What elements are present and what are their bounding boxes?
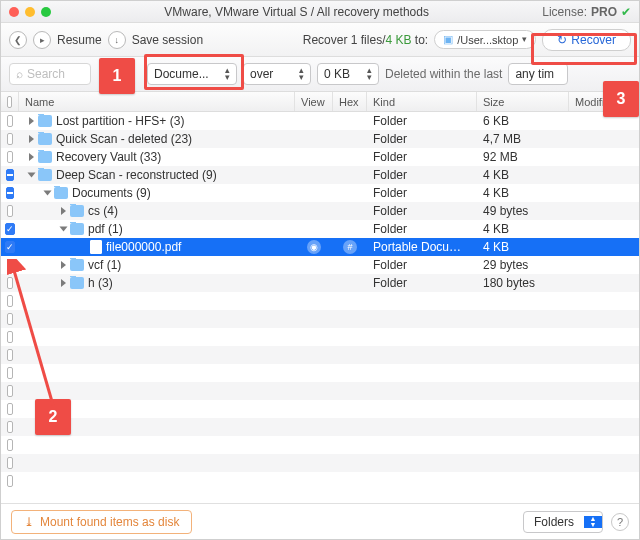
row-checkbox[interactable] xyxy=(6,169,14,181)
play-button[interactable]: ▸ xyxy=(33,31,51,49)
row-checkbox[interactable] xyxy=(7,115,13,127)
match-mode-value: over xyxy=(250,67,273,81)
table-row[interactable]: Deep Scan - reconstructed (9)Folder4 KB xyxy=(1,166,639,184)
row-checkbox[interactable] xyxy=(7,277,13,289)
table-row[interactable]: Documents (9)Folder4 KB xyxy=(1,184,639,202)
row-hex-cell[interactable]: # xyxy=(333,240,367,254)
size-filter[interactable]: 0 KB ▴▾ xyxy=(317,63,379,85)
mount-button[interactable]: ⤓ Mount found items as disk xyxy=(11,510,192,534)
col-size[interactable]: Size xyxy=(477,92,569,111)
table-row[interactable]: ✓file000000.pdf◉#Portable Docume...4 KB xyxy=(1,238,639,256)
table-row[interactable]: Recovery Vault (33)Folder92 MB xyxy=(1,148,639,166)
disclosure-triangle-icon[interactable] xyxy=(60,227,68,232)
row-checkbox[interactable] xyxy=(7,457,13,469)
row-checkbox-cell[interactable] xyxy=(1,115,19,127)
row-checkbox-cell[interactable] xyxy=(1,259,19,271)
col-view[interactable]: View xyxy=(295,92,333,111)
disclosure-triangle-icon[interactable] xyxy=(44,191,52,196)
row-checkbox-cell[interactable] xyxy=(1,151,19,163)
row-checkbox[interactable] xyxy=(7,421,13,433)
table-row[interactable]: h (3)Folder180 bytes xyxy=(1,274,639,292)
row-name-cell[interactable]: Quick Scan - deleted (23) xyxy=(19,132,295,146)
minimize-icon[interactable] xyxy=(25,7,35,17)
disclosure-triangle-icon[interactable] xyxy=(29,153,34,161)
folder-icon xyxy=(38,115,52,127)
checkbox-all[interactable] xyxy=(7,96,12,108)
row-checkbox[interactable]: ✓ xyxy=(5,241,15,253)
col-kind[interactable]: Kind xyxy=(367,92,477,111)
recover-button[interactable]: ↻ Recover xyxy=(542,29,631,51)
updown-icon: ▴▾ xyxy=(225,67,230,81)
row-checkbox[interactable] xyxy=(7,205,13,217)
col-checkbox[interactable] xyxy=(1,92,19,111)
save-button[interactable]: ↓ xyxy=(108,31,126,49)
type-filter[interactable]: Docume... ▴▾ xyxy=(147,63,237,85)
row-checkbox-cell[interactable] xyxy=(1,205,19,217)
row-name-cell[interactable]: vcf (1) xyxy=(19,258,295,272)
row-name-cell[interactable]: h (3) xyxy=(19,276,295,290)
back-button[interactable]: ❮ xyxy=(9,31,27,49)
file-table[interactable]: Lost partition - HFS+ (3)Folder6 KBQuick… xyxy=(1,112,639,503)
resume-label[interactable]: Resume xyxy=(57,33,102,47)
row-checkbox[interactable] xyxy=(7,403,13,415)
table-row[interactable]: cs (4)Folder49 bytes xyxy=(1,202,639,220)
row-name-cell[interactable]: Recovery Vault (33) xyxy=(19,150,295,164)
table-row[interactable]: Lost partition - HFS+ (3)Folder6 KB xyxy=(1,112,639,130)
row-checkbox[interactable] xyxy=(7,367,13,379)
row-checkbox[interactable] xyxy=(7,151,13,163)
row-name-cell[interactable]: Deep Scan - reconstructed (9) xyxy=(19,168,295,182)
row-checkbox[interactable] xyxy=(7,439,13,451)
row-name-cell[interactable]: Lost partition - HFS+ (3) xyxy=(19,114,295,128)
row-checkbox[interactable] xyxy=(7,313,13,325)
disclosure-triangle-icon[interactable] xyxy=(61,207,66,215)
row-checkbox[interactable] xyxy=(6,187,14,199)
row-checkbox[interactable]: ✓ xyxy=(5,223,15,235)
row-checkbox[interactable] xyxy=(7,259,13,271)
disclosure-triangle-icon[interactable] xyxy=(61,279,66,287)
preview-icon[interactable]: ◉ xyxy=(307,240,321,254)
disclosure-triangle-icon[interactable] xyxy=(29,117,34,125)
filter-bar: ⌕ Search Docume... ▴▾ over ▴▾ 0 KB ▴▾ De… xyxy=(1,57,639,92)
row-checkbox[interactable] xyxy=(7,349,13,361)
disclosure-triangle-icon[interactable] xyxy=(29,135,34,143)
deleted-window-filter[interactable]: any tim xyxy=(508,63,568,85)
destination-path[interactable]: ▣ /User...sktop ▾ xyxy=(434,30,536,49)
row-name-cell[interactable]: Documents (9) xyxy=(19,186,295,200)
col-name[interactable]: Name xyxy=(19,92,295,111)
table-row[interactable]: vcf (1)Folder29 bytes xyxy=(1,256,639,274)
table-row-empty xyxy=(1,328,639,346)
row-checkbox[interactable] xyxy=(7,133,13,145)
row-checkbox[interactable] xyxy=(7,331,13,343)
table-row[interactable]: ✓pdf (1)Folder4 KB xyxy=(1,220,639,238)
row-checkbox-cell[interactable]: ✓ xyxy=(1,223,19,235)
row-checkbox[interactable] xyxy=(7,385,13,397)
close-icon[interactable] xyxy=(9,7,19,17)
help-button[interactable]: ? xyxy=(611,513,629,531)
row-name-cell[interactable]: file000000.pdf xyxy=(19,240,295,254)
row-view-cell[interactable]: ◉ xyxy=(295,240,333,254)
disclosure-triangle-icon[interactable] xyxy=(61,261,66,269)
document-icon xyxy=(90,240,102,254)
col-hex[interactable]: Hex xyxy=(333,92,367,111)
row-checkbox[interactable] xyxy=(7,295,13,307)
row-checkbox-cell[interactable] xyxy=(1,169,19,181)
row-checkbox-cell[interactable]: ✓ xyxy=(1,241,19,253)
row-name-cell[interactable]: pdf (1) xyxy=(19,222,295,236)
row-checkbox-cell[interactable] xyxy=(1,277,19,289)
type-filter-value: Docume... xyxy=(154,67,209,81)
license-label: License: xyxy=(542,5,587,19)
save-session-label[interactable]: Save session xyxy=(132,33,203,47)
table-row[interactable]: Quick Scan - deleted (23)Folder4,7 MB xyxy=(1,130,639,148)
deleted-window-value: any tim xyxy=(515,67,554,81)
updown-icon: ▴▾ xyxy=(299,67,304,81)
row-name-cell[interactable]: cs (4) xyxy=(19,204,295,218)
disclosure-triangle-icon[interactable] xyxy=(28,173,36,178)
row-checkbox[interactable] xyxy=(7,475,13,487)
folders-select[interactable]: Folders ▲▼ xyxy=(523,511,603,533)
zoom-icon[interactable] xyxy=(41,7,51,17)
hex-icon[interactable]: # xyxy=(343,240,357,254)
match-mode-filter[interactable]: over ▴▾ xyxy=(243,63,311,85)
row-checkbox-cell[interactable] xyxy=(1,133,19,145)
search-input[interactable]: ⌕ Search xyxy=(9,63,91,85)
row-checkbox-cell[interactable] xyxy=(1,187,19,199)
